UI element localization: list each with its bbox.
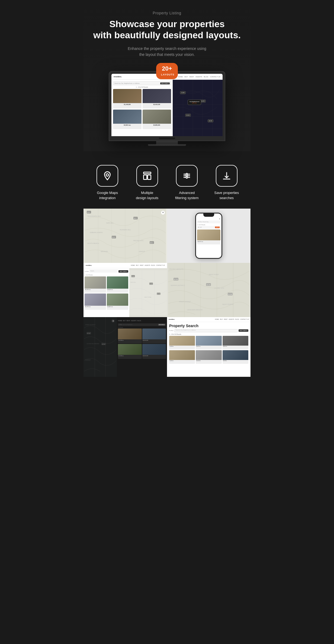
light-card: $1,243/mo: [169, 350, 195, 364]
map-close-btn[interactable]: ✕: [161, 211, 165, 215]
dark-listing-grid: $1,238/mo $2,495,000 $5,438/mo $3,495,00…: [118, 329, 166, 359]
screen-card: $4,500 /mo: [113, 110, 142, 129]
screen-search-bar: Search by City, Neighborhood, or Address…: [113, 81, 171, 85]
dark-card-image: [118, 344, 142, 355]
svg-text:$3.2: $3.2: [134, 218, 137, 219]
save-search-button[interactable]: SAVE SEARCH: [118, 270, 128, 273]
phone-filter-bar: +All +All SEARCH: [197, 226, 220, 229]
light-body: Property Search For Rent Search by City,…: [167, 322, 251, 377]
svg-text:WEST POINT: WEST POINT: [209, 274, 219, 275]
light-card-price: $1,243/mo: [169, 346, 195, 347]
svg-point-8: [106, 174, 109, 176]
card-price: $3,995,000: [143, 124, 171, 126]
phone-results: 1 - 8 of 8 Results: [197, 224, 220, 225]
listings-grid: $5,479 /mo $4,549 /mo $1,479 /mo $3: [85, 276, 128, 310]
light-logo: resideo.: [169, 318, 175, 320]
map-svg: [173, 80, 223, 136]
listings-nav: HOME BUY RENT AGENTS BLOG CONTACT US: [131, 264, 165, 266]
feature-filtering: Advancedfiltering system: [168, 165, 205, 200]
svg-text:EMBARCADERO: EMBARCADERO: [90, 232, 103, 233]
svg-text:MARINA DISTRICT: MARINA DISTRICT: [171, 285, 185, 286]
map-pin: $3.1M: [185, 114, 191, 117]
phone-topbar: resideo. ✕: [197, 218, 220, 220]
light-count: 1 – 16 of 16 Results: [169, 333, 248, 335]
feature-icon-box-maps: [97, 165, 118, 187]
layout-icon: [142, 171, 152, 181]
light-card-image: [196, 336, 221, 346]
svg-text:WEST PORTAL: WEST PORTAL: [222, 304, 234, 305]
light-card-price: $3,495,000: [196, 360, 221, 362]
listings-body: For Rent Search... SAVE SEARCH 1 - 8 of …: [84, 268, 167, 317]
screen-left: Search by City, Neighborhood, or Address…: [111, 80, 173, 136]
light-search-bar[interactable]: Search by City, Neighborhood, or Address: [174, 329, 238, 332]
svg-text:WEST PORTAL: WEST PORTAL: [144, 297, 152, 298]
feature-label-save: Save propertiessearches: [214, 190, 239, 200]
svg-text:MISSION: MISSION: [101, 251, 108, 252]
light-card-price: $4,500 /mo: [223, 346, 248, 347]
svg-text:PACIFIC HEIGHTS: PACIFIC HEIGHTS: [169, 268, 184, 270]
listings-logo: resideo.: [86, 264, 92, 266]
listings-map-svg: $3.4M $2.1M $4.5M NOCK HILL WEST PORTAL: [129, 268, 167, 317]
listing-card-image: [107, 276, 128, 289]
screenshot-map: TELEGRAPH HILL NOB HILL EMBARCADERO RUSS…: [84, 209, 167, 263]
screen-card: $2,419,100: [143, 89, 171, 109]
feature-icon-box-filter: [176, 165, 198, 187]
feature-layouts: Multipledesign layouts: [129, 165, 166, 200]
map-screenshot-bg: TELEGRAPH HILL NOB HILL EMBARCADERO RUSS…: [84, 209, 167, 263]
screen-nav: HOME BUY RENT AGENTS BLOG CONTACT US: [178, 76, 221, 78]
badge-number: 20+: [161, 66, 173, 72]
light-topbar: resideo. HOME BUY RENT AGENTS BLOG CONTA…: [167, 317, 251, 322]
dark-card-image: [118, 329, 142, 339]
light-inner: resideo. HOME BUY RENT AGENTS BLOG CONTA…: [167, 317, 251, 377]
light-card-image: [169, 350, 195, 360]
svg-text:$2.4M: $2.4M: [174, 279, 178, 280]
laptop-screen: resideo. HOME BUY RENT AGENTS BLOG CONTA…: [111, 74, 223, 136]
dark-results-count: 8 of 8 Results: [118, 327, 166, 328]
card-price: $1,149,000: [113, 103, 142, 106]
light-card: $4,500 /mo: [223, 336, 248, 349]
svg-point-18: [186, 177, 188, 178]
feature-label-maps: Google Mapsintegration: [97, 190, 118, 200]
screenshot-property-search: resideo. HOME BUY RENT AGENTS BLOG CONTA…: [167, 317, 251, 377]
svg-text:$2.1M: $2.1M: [150, 283, 152, 284]
layouts-badge: 20+ LAYOUTS: [156, 63, 178, 79]
screen-content: Search by City, Neighborhood, or Address…: [111, 80, 223, 136]
features-section: Google Mapsintegration Multipledesign la…: [84, 151, 251, 208]
svg-text:$4.5M: $4.5M: [157, 293, 160, 294]
light-card: $1,243/mo: [169, 336, 195, 349]
svg-text:$3.2M: $3.2M: [207, 284, 210, 286]
light-search-row: For Rent Search by City, Neighborhood, o…: [169, 329, 248, 332]
light-card: $3,495,000: [196, 350, 221, 364]
dark-card-image: [142, 329, 166, 339]
svg-text:HAIGHT: HAIGHT: [139, 251, 145, 252]
svg-text:$1.9M: $1.9M: [228, 294, 232, 295]
light-card: $3,479 /mo: [196, 336, 221, 349]
stand-neck: [156, 141, 178, 144]
screenshots-second-row: resideo. HOME BUY RENT AGENTS BLOG CONTA…: [84, 263, 251, 317]
laptop-stand: [109, 141, 225, 146]
dark-search-bar[interactable]: For Rent Search City, Neighborhood... SA…: [118, 323, 166, 326]
laptop-bottom: [111, 136, 223, 141]
svg-text:NOCK HILL: NOCK HILL: [131, 282, 136, 283]
dark-map-side: INNER SUNSET OUTER RICHMOND SUNSET $3.2M…: [84, 317, 117, 377]
screen-card: $3,995,000: [143, 110, 171, 129]
badge-label: LAYOUTS: [161, 73, 174, 76]
listing-card: $4,549 /mo: [107, 276, 128, 293]
filter-icon: [182, 171, 192, 181]
listings-controls: For Rent Search... SAVE SEARCH: [85, 269, 128, 273]
phone-search-bar[interactable]: For Rent Search City...: [197, 221, 220, 223]
map-background: $2.4M $4.2M $3.1M $1.8M City Neighborhoo…: [173, 80, 223, 136]
dark-map-expand[interactable]: ⊕: [111, 319, 115, 323]
dark-card: $1,238/mo: [118, 329, 142, 343]
dark-card-price: $3,495,000: [142, 355, 166, 357]
svg-text:OUTER RICHMOND: OUTER RICHMOND: [87, 343, 99, 345]
bottom-row: INNER SUNSET OUTER RICHMOND SUNSET $3.2M…: [84, 317, 251, 377]
download-icon: [222, 171, 232, 181]
dark-card-price: $1,238/mo: [118, 339, 142, 341]
dark-map-svg: INNER SUNSET OUTER RICHMOND SUNSET $3.2M…: [84, 317, 117, 377]
feature-save-searches: Save propertiessearches: [208, 165, 245, 200]
light-card-price: $3,479 /mo: [196, 346, 221, 347]
light-save-btn[interactable]: SAVE SEARCH: [239, 329, 248, 332]
listings-search-bar[interactable]: Search...: [89, 269, 118, 273]
phone-logo: resideo.: [197, 218, 202, 219]
